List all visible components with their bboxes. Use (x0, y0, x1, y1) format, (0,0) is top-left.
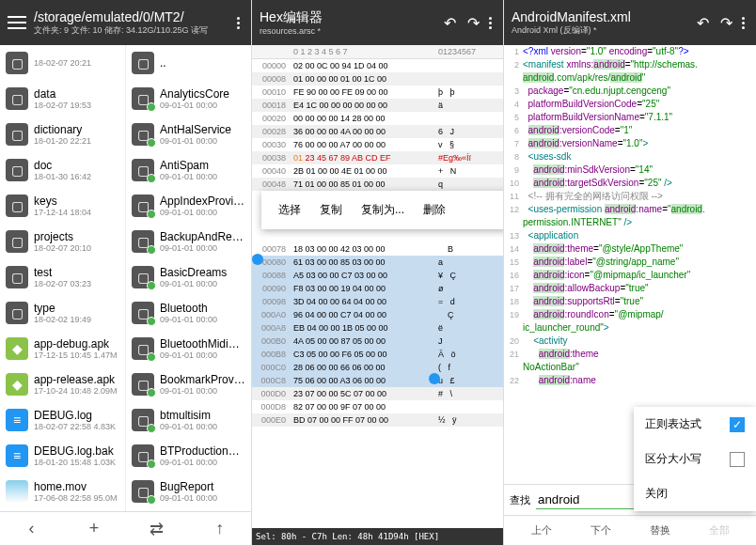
hex-row[interactable]: 00048 71 01 00 00 85 01 00 00 q (252, 178, 503, 191)
hex-row[interactable]: 00018 E4 1C 00 00 00 00 00 00 ä (252, 99, 503, 112)
file-item[interactable]: ▢ dictionary 18-01-20 22:21 (0, 117, 125, 152)
xml-line[interactable]: 11 <!-- 拥有完全的网络访问权限 --> (504, 190, 756, 203)
hex-row[interactable]: 00078 18 03 00 00 42 03 00 00 B (252, 242, 503, 256)
file-item[interactable]: home.mov 17-06-08 22:58 95.0M (0, 474, 125, 509)
xml-line[interactable]: 1 <?xml version="1.0" encoding="utf-8"?> (504, 45, 756, 58)
menu-icon[interactable] (8, 16, 26, 29)
xml-line[interactable]: 10 android:targetSdkVersion="25" /> (504, 177, 756, 190)
file-item[interactable]: ▢ 18-02-07 20:21 (0, 45, 125, 81)
redo-icon[interactable]: ↷ (462, 14, 485, 32)
xml-line[interactable]: 9 android:minSdkVersion="14" (504, 164, 756, 177)
xml-line[interactable]: 14 android:theme="@style/AppTheme" (504, 242, 756, 256)
replace-all-button[interactable]: 全部 (709, 523, 730, 537)
hex-row[interactable]: 000B0 4A 05 00 00 87 05 00 00 J (252, 335, 503, 348)
hex-row[interactable]: 00088 A5 03 00 00 C7 03 00 00 ¥ Ç (252, 269, 503, 282)
xml-line[interactable]: 4 platformBuildVersionCode="25" (504, 98, 756, 111)
file-item[interactable]: ▢ btmultisim 09-01-01 00:00 (126, 402, 251, 438)
context-item-3[interactable]: 删除 (414, 198, 455, 222)
xml-line[interactable]: permission.INTERNET" /> (504, 216, 756, 229)
hex-row[interactable]: 00010 FE 90 00 00 FE 09 00 00 þ þ (252, 86, 503, 99)
file-item[interactable]: ▢ BasicDreams 09-01-01 00:00 (126, 259, 251, 295)
selection-start-handle[interactable] (252, 254, 263, 265)
popup-item-0[interactable]: 正则表达式 ✓ (634, 407, 756, 442)
up-button[interactable]: ↑ (188, 512, 251, 545)
xml-line[interactable]: 2 <manifest xmlns:android="http://schema… (504, 58, 756, 71)
xml-line[interactable]: 12 <uses-permission android:name="androi… (504, 203, 756, 216)
hex-row[interactable]: 00040 2B 01 00 00 4E 01 00 00 + N (252, 164, 503, 178)
file-item[interactable]: ▢ test 18-02-07 03:23 (0, 259, 125, 295)
more-icon[interactable] (485, 17, 496, 29)
hex-row[interactable]: 000A8 EB 04 00 00 1B 05 00 00 ë (252, 321, 503, 335)
popup-item-2[interactable]: 关闭 (634, 476, 756, 511)
file-item[interactable]: ▢ type 18-02-02 19:49 (0, 295, 125, 331)
add-button[interactable]: + (63, 512, 126, 545)
right-file-list[interactable]: ▢ .. ▢ AnalyticsCore 09-01-01 00:00 ▢ An… (125, 45, 251, 511)
next-button[interactable]: 下个 (591, 523, 611, 537)
xml-line[interactable]: 22 android:name (504, 374, 756, 387)
more-icon[interactable] (233, 17, 244, 29)
hex-row[interactable]: 00008 01 00 00 00 01 00 1C 00 (252, 72, 503, 86)
file-item[interactable]: ▢ BookmarkProvider 09-01-01 00:00 (126, 366, 251, 402)
hex-row[interactable]: 000A0 96 04 00 00 C7 04 00 00 Ç (252, 308, 503, 321)
xml-line[interactable]: 13 <application (504, 229, 756, 242)
file-item[interactable]: ▢ AntiSpam 09-01-01 00:00 (126, 152, 251, 188)
xml-line[interactable]: 21 android:theme (504, 348, 756, 361)
xml-line[interactable]: 8 <uses-sdk (504, 150, 756, 164)
xml-line[interactable]: 20 <activity (504, 335, 756, 348)
xml-line[interactable]: 18 android:supportsRtl="true" (504, 295, 756, 308)
hex-row[interactable]: 000D8 82 07 00 00 9F 07 00 00 (252, 400, 503, 413)
more-icon[interactable] (738, 17, 748, 29)
file-item[interactable]: ≡ DEBUG.log.bak 18-01-20 15:48 1.03K (0, 438, 125, 474)
hex-row[interactable]: 00028 36 00 00 00 4A 00 00 00 6 J (252, 125, 503, 138)
file-item[interactable]: ▢ BugReport 09-01-01 00:00 (126, 474, 251, 509)
hex-row[interactable]: 000E0 BD 07 00 00 FF 07 00 00 ½ ÿ (252, 413, 503, 427)
replace-button[interactable]: 替换 (650, 523, 670, 537)
xml-line[interactable]: 16 android:icon="@mipmap/ic_launcher" (504, 269, 756, 282)
hex-row[interactable]: 00038 01 23 45 67 89 AB CD EF #Eg‰«Íï (252, 151, 503, 164)
file-item[interactable]: ≡ DEBUG.log 18-02-07 22:58 4.83K (0, 402, 125, 438)
checkbox-icon[interactable]: ✓ (730, 417, 745, 432)
hex-row[interactable]: 00098 3D 04 00 00 64 04 00 00 = d (252, 295, 503, 308)
xml-line[interactable]: 6 android:versionCode="1" (504, 124, 756, 137)
xml-line[interactable]: 3 package="cn.edu.njupt.cengceng" (504, 85, 756, 98)
checkbox-icon[interactable] (730, 452, 745, 467)
file-item[interactable]: ▢ AppIndexProvider 09-01-01 00:00 (126, 188, 251, 224)
file-item[interactable]: ▢ BackupAndRestore 09-01-01 00:00 (126, 224, 251, 259)
file-item[interactable]: ▢ data 18-02-07 19:53 (0, 81, 125, 117)
context-item-2[interactable]: 复制为... (352, 198, 414, 222)
hex-row[interactable]: 00080 61 03 00 00 85 03 00 00 a (252, 256, 503, 269)
swap-button[interactable]: ⇄ (126, 512, 189, 545)
xml-line[interactable]: 5 platformBuildVersionName="7.1.1" (504, 111, 756, 124)
xml-line[interactable]: NoActionBar" (504, 361, 756, 374)
prev-button[interactable]: 上个 (531, 523, 552, 537)
context-item-1[interactable]: 复制 (310, 198, 352, 222)
xml-line[interactable]: android.com/apk/res/android" (504, 71, 756, 85)
xml-line[interactable]: ic_launcher_round"> (504, 321, 756, 335)
file-item[interactable]: ▢ AnalyticsCore 09-01-01 00:00 (126, 81, 251, 117)
hex-row[interactable]: 00000 02 00 0C 00 94 1D 04 00 (252, 59, 503, 72)
file-item[interactable]: ◆ app-debug.apk 17-12-15 10:45 1.47M (0, 331, 125, 366)
selection-end-handle[interactable] (429, 373, 440, 384)
hex-content[interactable]: 00000 02 00 0C 00 94 1D 04 00 00008 01 0… (252, 59, 503, 528)
file-item[interactable]: ▢ projects 18-02-07 20:10 (0, 224, 125, 259)
path-title[interactable]: /storage/emulated/0/MT2/ (34, 9, 233, 24)
xml-line[interactable]: 17 android:allowBackup="true" (504, 282, 756, 295)
hex-row[interactable]: 000C8 75 06 00 00 A3 06 00 00 u £ (252, 374, 503, 387)
xml-line[interactable]: 7 android:versionName="1.0"> (504, 137, 756, 150)
file-item[interactable]: ▢ Bluetooth 09-01-01 00:00 (126, 295, 251, 331)
xml-line[interactable]: 19 android:roundIcon="@mipmap/ (504, 308, 756, 321)
file-item[interactable]: ▢ .. (126, 45, 251, 81)
hex-row[interactable]: 00020 00 00 00 00 14 28 00 00 (252, 112, 503, 125)
xml-line[interactable]: 15 android:label="@string/app_name" (504, 256, 756, 269)
file-item[interactable]: ▢ BluetoothMidiService 09-01-01 00:00 (126, 331, 251, 366)
hex-row[interactable]: 00030 76 00 00 00 A7 00 00 00 v § (252, 138, 503, 151)
hex-row[interactable]: 000C0 28 06 00 00 66 06 00 00 ( f (252, 361, 503, 374)
undo-icon[interactable]: ↶ (691, 14, 715, 32)
file-item[interactable]: ▢ doc 18-01-30 16:42 (0, 152, 125, 188)
undo-icon[interactable]: ↶ (438, 14, 462, 32)
popup-item-1[interactable]: 区分大小写 (634, 442, 756, 476)
file-item[interactable]: ▢ AntHalService 09-01-01 00:00 (126, 117, 251, 152)
hex-row[interactable]: 00090 F8 03 00 00 19 04 00 00 ø (252, 282, 503, 295)
hex-row[interactable]: 000B8 C3 05 00 00 F6 05 00 00 Ã ö (252, 348, 503, 361)
context-item-0[interactable]: 选择 (269, 198, 310, 222)
